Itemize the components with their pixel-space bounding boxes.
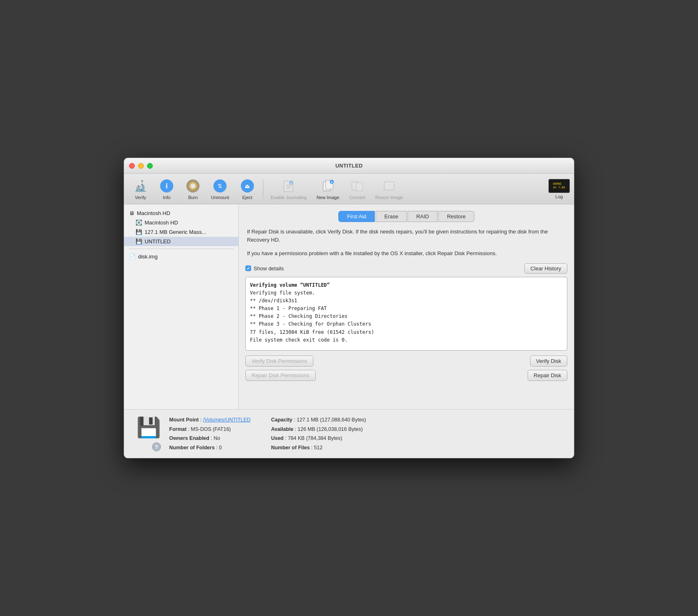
info-label: Info xyxy=(163,195,170,200)
log-line: ** Phase 2 - Checking Directories xyxy=(250,313,563,320)
svg-rect-9 xyxy=(384,182,394,190)
info-col-right: Capacity : 127.1 MB (127,088,640 Bytes) … xyxy=(271,415,366,452)
info-icon: i xyxy=(159,178,175,194)
sidebar: 🖥 Macintosh HD 💽 Macintosh HD 💾 127.1 MB… xyxy=(124,204,239,409)
unmount-icon: ⇅ xyxy=(212,178,228,194)
burn-toolbar-item[interactable]: Burn xyxy=(181,176,205,202)
help-button[interactable]: ? xyxy=(152,442,161,451)
eject-icon: ⏏ xyxy=(239,178,256,194)
mount-point-label: Mount Point xyxy=(169,417,199,423)
toolbar: 🔬 Verify i Info Burn ⇅ Unmount ⏏ xyxy=(124,174,574,204)
log-line: File system check exit code is 0. xyxy=(250,336,563,344)
log-line: Verifying volume “UNTITLED” xyxy=(250,281,563,289)
info-paragraph-1: If Repair Disk is unavailable, click Ver… xyxy=(245,228,567,244)
svg-text:+: + xyxy=(331,180,333,184)
eject-toolbar-item[interactable]: ⏏ Eject xyxy=(235,176,260,202)
available-value: 126 MB (126,038,016 Bytes) xyxy=(298,426,363,432)
convert-label: Convert xyxy=(349,195,365,200)
tab-erase[interactable]: Erase xyxy=(376,211,407,222)
toolbar-separator-1 xyxy=(263,179,263,199)
maximize-button[interactable] xyxy=(147,163,153,169)
repair-disk-permissions-button[interactable]: Repair Disk Permissions xyxy=(245,370,316,381)
number-of-folders-label: Number of Folders xyxy=(169,445,215,451)
verify-disk-permissions-button[interactable]: Verify Disk Permissions xyxy=(245,356,313,367)
resize-image-toolbar-item[interactable]: Resize Image xyxy=(371,176,407,202)
right-panel: First Aid Erase RAID Restore If Repair D… xyxy=(239,204,574,409)
volume-icon: 💾 xyxy=(136,238,142,245)
log-terminal: WARNI AY 7:86 xyxy=(548,179,570,193)
verify-label: Verify xyxy=(135,195,146,200)
convert-toolbar-item[interactable]: Convert xyxy=(345,176,369,202)
info-toolbar-item[interactable]: i Info xyxy=(154,176,179,202)
tab-bar: First Aid Erase RAID Restore xyxy=(245,211,567,222)
disk-repair-row: Repair Disk Permissions Repair Disk xyxy=(245,370,567,381)
convert-icon xyxy=(349,178,365,194)
new-image-toolbar-item[interactable]: + New Image xyxy=(313,176,344,202)
unmount-toolbar-item[interactable]: ⇅ Unmount xyxy=(207,176,233,202)
sidebar-item-generic-mass[interactable]: 💾 127.1 MB Generic Mass... xyxy=(124,227,238,237)
repair-disk-button[interactable]: Repair Disk xyxy=(528,370,567,381)
resize-image-label: Resize Image xyxy=(375,195,403,200)
microscope-icon: 🔬 xyxy=(132,178,149,194)
sidebar-item-macintosh-hd-2[interactable]: 💽 Macintosh HD xyxy=(124,218,238,227)
format-label: Format xyxy=(169,426,186,432)
show-details-label: Show details xyxy=(254,265,284,272)
unmount-label: Unmount xyxy=(211,195,229,200)
number-of-files-value: 512 xyxy=(314,445,323,451)
used-label: Used xyxy=(271,435,284,441)
log-box[interactable]: Verifying volume “UNTITLED”Verifying fil… xyxy=(245,277,567,351)
verify-disk-button[interactable]: Verify Disk xyxy=(530,356,567,367)
hard-drive-icon: 🖥 xyxy=(129,210,134,216)
enable-journaling-toolbar-item[interactable]: + Enable Journaling xyxy=(267,176,311,202)
burn-label: Burn xyxy=(188,195,197,200)
enable-journaling-icon: + xyxy=(281,178,297,194)
log-line: ** Phase 1 - Preparing FAT xyxy=(250,305,563,313)
info-col-left: Mount Point : /Volumes/UNTITLED Format :… xyxy=(169,415,251,452)
log-line: 77 files, 123084 KiB free (61542 cluster… xyxy=(250,328,563,336)
mount-point-value[interactable]: /Volumes/UNTITLED xyxy=(203,417,251,423)
sidebar-item-macintosh-hd-1[interactable]: 🖥 Macintosh HD xyxy=(124,208,238,218)
owners-enabled-label: Owners Enabled xyxy=(169,435,209,441)
titlebar: UNTITLED xyxy=(124,158,574,174)
capacity-label: Capacity xyxy=(271,417,292,423)
capacity-value: 127.1 MB (127,088,640 Bytes) xyxy=(297,417,366,423)
number-of-files-label: Number of Files xyxy=(271,445,310,451)
sidebar-divider xyxy=(129,249,233,249)
main-panel: 🖥 Macintosh HD 💽 Macintosh HD 💾 127.1 MB… xyxy=(124,204,574,409)
bottom-bar: 💾 ? Mount Point : /Volumes/UNTITLED Form… xyxy=(124,409,574,458)
tab-first-aid[interactable]: First Aid xyxy=(338,211,375,222)
log-line: Verifying file system. xyxy=(250,289,563,297)
bottom-info: Mount Point : /Volumes/UNTITLED Format :… xyxy=(169,415,562,452)
svg-text:+: + xyxy=(290,181,292,185)
owners-enabled-value: No xyxy=(213,435,220,441)
show-details-row: Show details Clear History xyxy=(245,263,567,274)
number-of-folders-value: 0 xyxy=(219,445,222,451)
info-paragraph-2: If you have a permissions problem with a… xyxy=(245,249,567,258)
log-line: ** Phase 3 - Checking for Orphan Cluster… xyxy=(250,320,563,328)
log-toolbar-item[interactable]: WARNI AY 7:86 Log xyxy=(548,179,570,199)
clear-history-button[interactable]: Clear History xyxy=(524,263,567,274)
log-label: Log xyxy=(555,194,563,199)
minimize-button[interactable] xyxy=(138,163,144,169)
main-window: UNTITLED 🔬 Verify i Info Burn ⇅ Unmount xyxy=(124,158,574,458)
tab-raid[interactable]: RAID xyxy=(408,211,437,222)
svg-rect-8 xyxy=(356,183,363,191)
used-value: 784 KB (784,384 Bytes) xyxy=(288,435,342,441)
new-image-icon: + xyxy=(320,178,336,194)
log-line: ** /dev/rdisk3s1 xyxy=(250,297,563,305)
tab-restore[interactable]: Restore xyxy=(438,211,474,222)
hard-drive-icon-2: 💽 xyxy=(136,220,142,226)
new-image-label: New Image xyxy=(317,195,340,200)
burn-icon xyxy=(185,178,201,194)
sidebar-item-untitled[interactable]: 💾 UNTITLED xyxy=(124,237,238,246)
show-details-checkbox[interactable] xyxy=(245,265,251,271)
disk-large-icon: 💾 xyxy=(136,416,161,439)
close-button[interactable] xyxy=(129,163,135,169)
verify-toolbar-item[interactable]: 🔬 Verify xyxy=(128,176,153,202)
eject-label: Eject xyxy=(242,195,252,200)
disk-permissions-row: Verify Disk Permissions Verify Disk xyxy=(245,356,567,367)
enable-journaling-label: Enable Journaling xyxy=(271,195,307,200)
resize-image-icon xyxy=(381,178,397,194)
available-label: Available xyxy=(271,426,293,432)
sidebar-file-diskimg[interactable]: 📄 disk.img xyxy=(124,251,238,262)
